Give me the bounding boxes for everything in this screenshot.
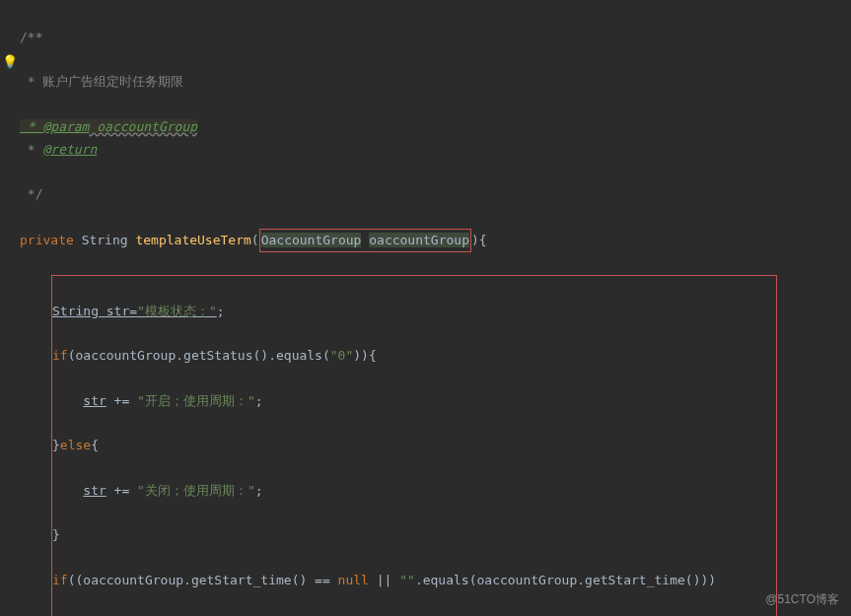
code-line: if(oaccountGroup.getStatus().equals("0")… xyxy=(52,345,770,368)
comment-close: */ xyxy=(20,183,851,206)
code-line: str += "开启；使用周期："; xyxy=(52,390,770,413)
code-editor[interactable]: /** * 账户广告组定时任务期限 * @param oaccountGroup… xyxy=(0,0,851,616)
method-signature: private String templateUseTerm(OaccountG… xyxy=(20,229,851,253)
param-tag: * @param xyxy=(20,119,89,134)
parameter-highlight: OaccountGroup oaccountGroup xyxy=(259,229,471,253)
comment-return-line: * @return xyxy=(20,139,851,162)
intention-bulb-icon[interactable]: 💡 xyxy=(2,51,18,74)
method-body-highlight: String str="模板状态："; if(oaccountGroup.get… xyxy=(51,275,777,616)
code-line: String str="模板状态："; xyxy=(52,301,770,323)
comment-desc: * 账户广告组定时任务期限 xyxy=(20,71,851,94)
watermark-text: @51CTO博客 xyxy=(765,589,839,610)
code-line: if((oaccountGroup.getStart_time() == nul… xyxy=(52,570,770,592)
comment-param-line: * @param oaccountGroup xyxy=(20,119,197,134)
code-line: str += "关闭；使用周期："; xyxy=(52,480,770,503)
code-line: } xyxy=(52,524,770,547)
return-tag: @return xyxy=(42,142,97,157)
param-name: oaccountGroup xyxy=(89,119,197,134)
code-line: }else{ xyxy=(52,435,770,457)
comment-open: /** xyxy=(20,27,851,49)
